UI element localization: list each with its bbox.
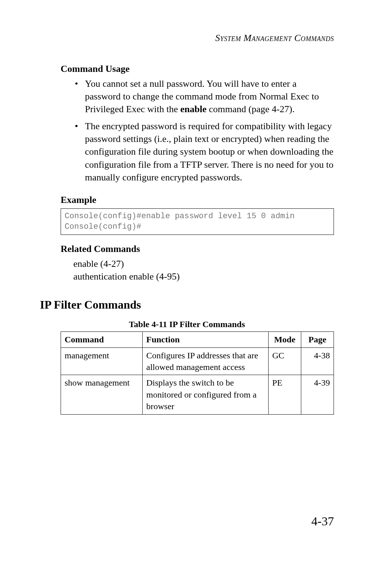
- col-header-page: Page: [301, 332, 334, 347]
- cell-mode: GC: [269, 347, 301, 375]
- related-commands-list: enable (4-27) authentication enable (4-9…: [73, 257, 334, 283]
- bullet-text-post: command (page 4-27).: [207, 104, 295, 114]
- bullet-text: The encrypted password is required for c…: [85, 121, 334, 182]
- ip-filter-table: Command Function Mode Page management Co…: [61, 331, 334, 414]
- table-row: show management Displays the switch to b…: [61, 375, 334, 414]
- command-usage-list: You cannot set a null password. You will…: [75, 77, 334, 184]
- cell-mode: PE: [269, 375, 301, 414]
- related-item: enable (4-27): [73, 257, 334, 270]
- col-header-command: Command: [61, 332, 143, 347]
- example-heading: Example: [61, 195, 334, 205]
- list-item: You cannot set a null password. You will…: [75, 77, 334, 115]
- col-header-function: Function: [143, 332, 269, 347]
- bullet-text-bold: enable: [180, 104, 207, 114]
- example-code-block: Console(config)#enable password level 15…: [61, 208, 334, 235]
- table-header-row: Command Function Mode Page: [61, 332, 334, 347]
- table-row: management Configures IP addresses that …: [61, 347, 334, 375]
- cell-command: show management: [61, 375, 143, 414]
- cell-function: Displays the switch to be monitored or c…: [143, 375, 269, 414]
- related-item: authentication enable (4-95): [73, 270, 334, 283]
- col-header-mode: Mode: [269, 332, 301, 347]
- cell-page: 4-38: [301, 347, 334, 375]
- related-commands-heading: Related Commands: [61, 244, 334, 255]
- running-header: System Management Commands: [40, 33, 334, 44]
- cell-command: management: [61, 347, 143, 375]
- cell-page: 4-39: [301, 375, 334, 414]
- cell-function: Configures IP addresses that are allowed…: [143, 347, 269, 375]
- command-usage-heading: Command Usage: [61, 64, 334, 74]
- list-item: The encrypted password is required for c…: [75, 120, 334, 183]
- table-caption: Table 4-11 IP Filter Commands: [40, 319, 334, 329]
- page-number: 4-37: [311, 514, 334, 528]
- ip-filter-heading: IP Filter Commands: [40, 298, 334, 312]
